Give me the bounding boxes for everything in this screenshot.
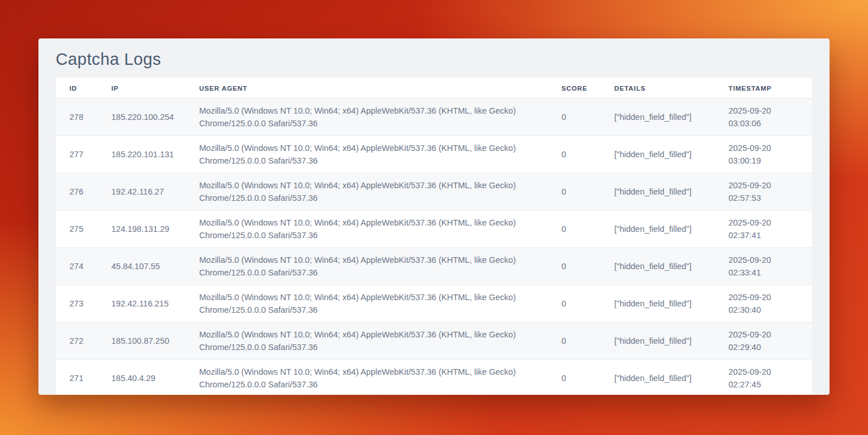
table-row: 276 192.42.116.27 Mozilla/5.0 (Windows N… — [56, 173, 812, 211]
table-row: 272 185.100.87.250 Mozilla/5.0 (Windows … — [56, 323, 812, 360]
captcha-logs-card: Captcha Logs ID IP USER AGENT SCORE DETA… — [38, 38, 830, 395]
column-header-score: SCORE — [548, 77, 600, 99]
cell-id: 275 — [56, 211, 98, 248]
cell-score: 0 — [548, 211, 600, 248]
table-header-row: ID IP USER AGENT SCORE DETAILS TIMESTAMP — [56, 77, 812, 99]
cell-timestamp: 2025-09-20 03:03:06 — [715, 99, 812, 136]
cell-details: ["hidden_field_filled"] — [600, 173, 715, 211]
cell-ip: 192.42.116.215 — [98, 285, 185, 323]
table-row: 275 124.198.131.29 Mozilla/5.0 (Windows … — [56, 211, 812, 248]
cell-id: 277 — [56, 136, 98, 173]
cell-details: ["hidden_field_filled"] — [600, 99, 715, 136]
cell-id: 278 — [56, 99, 98, 136]
column-header-user-agent: USER AGENT — [185, 77, 548, 99]
cell-ip: 185.220.100.254 — [98, 99, 185, 136]
cell-score: 0 — [548, 360, 600, 395]
cell-score: 0 — [548, 173, 600, 211]
page-title: Captcha Logs — [38, 38, 830, 77]
cell-ip: 124.198.131.29 — [98, 211, 185, 248]
column-header-id: ID — [56, 77, 98, 99]
cell-user-agent: Mozilla/5.0 (Windows NT 10.0; Win64; x64… — [185, 360, 548, 395]
cell-id: 273 — [56, 285, 98, 323]
cell-id: 272 — [56, 323, 98, 360]
cell-user-agent: Mozilla/5.0 (Windows NT 10.0; Win64; x64… — [185, 173, 548, 211]
cell-user-agent: Mozilla/5.0 (Windows NT 10.0; Win64; x64… — [185, 136, 548, 173]
table-row: 271 185.40.4.29 Mozilla/5.0 (Windows NT … — [56, 360, 812, 395]
cell-ip: 192.42.116.27 — [98, 173, 185, 211]
cell-timestamp: 2025-09-20 03:00:19 — [715, 136, 812, 173]
cell-timestamp: 2025-09-20 02:29:40 — [715, 323, 812, 360]
cell-score: 0 — [548, 285, 600, 323]
table-row: 273 192.42.116.215 Mozilla/5.0 (Windows … — [56, 285, 812, 323]
cell-ip: 185.220.101.131 — [98, 136, 185, 173]
cell-ip: 185.40.4.29 — [98, 360, 185, 395]
column-header-details: DETAILS — [600, 77, 715, 99]
cell-user-agent: Mozilla/5.0 (Windows NT 10.0; Win64; x64… — [185, 211, 548, 248]
cell-timestamp: 2025-09-20 02:33:41 — [715, 248, 812, 285]
cell-id: 276 — [56, 173, 98, 211]
cell-score: 0 — [548, 248, 600, 285]
cell-timestamp: 2025-09-20 02:30:40 — [715, 285, 812, 323]
cell-details: ["hidden_field_filled"] — [600, 136, 715, 173]
column-header-ip: IP — [98, 77, 185, 99]
table-body: 278 185.220.100.254 Mozilla/5.0 (Windows… — [56, 99, 812, 395]
table-row: 277 185.220.101.131 Mozilla/5.0 (Windows… — [56, 136, 812, 173]
cell-user-agent: Mozilla/5.0 (Windows NT 10.0; Win64; x64… — [185, 248, 548, 285]
cell-id: 271 — [56, 360, 98, 395]
logs-table: ID IP USER AGENT SCORE DETAILS TIMESTAMP… — [56, 77, 812, 395]
cell-id: 274 — [56, 248, 98, 285]
cell-user-agent: Mozilla/5.0 (Windows NT 10.0; Win64; x64… — [185, 99, 548, 136]
cell-ip: 45.84.107.55 — [98, 248, 185, 285]
cell-score: 0 — [548, 99, 600, 136]
cell-user-agent: Mozilla/5.0 (Windows NT 10.0; Win64; x64… — [185, 323, 548, 360]
table-row: 274 45.84.107.55 Mozilla/5.0 (Windows NT… — [56, 248, 812, 285]
cell-timestamp: 2025-09-20 02:57:53 — [715, 173, 812, 211]
cell-timestamp: 2025-09-20 02:27:45 — [715, 360, 812, 395]
cell-details: ["hidden_field_filled"] — [600, 285, 715, 323]
cell-user-agent: Mozilla/5.0 (Windows NT 10.0; Win64; x64… — [185, 285, 548, 323]
cell-score: 0 — [548, 323, 600, 360]
column-header-timestamp: TIMESTAMP — [715, 77, 812, 99]
cell-ip: 185.100.87.250 — [98, 323, 185, 360]
table-row: 278 185.220.100.254 Mozilla/5.0 (Windows… — [56, 99, 812, 136]
cell-details: ["hidden_field_filled"] — [600, 248, 715, 285]
cell-score: 0 — [548, 136, 600, 173]
cell-timestamp: 2025-09-20 02:37:41 — [715, 211, 812, 248]
cell-details: ["hidden_field_filled"] — [600, 211, 715, 248]
logs-table-container: ID IP USER AGENT SCORE DETAILS TIMESTAMP… — [56, 77, 812, 395]
cell-details: ["hidden_field_filled"] — [600, 360, 715, 395]
cell-details: ["hidden_field_filled"] — [600, 323, 715, 360]
